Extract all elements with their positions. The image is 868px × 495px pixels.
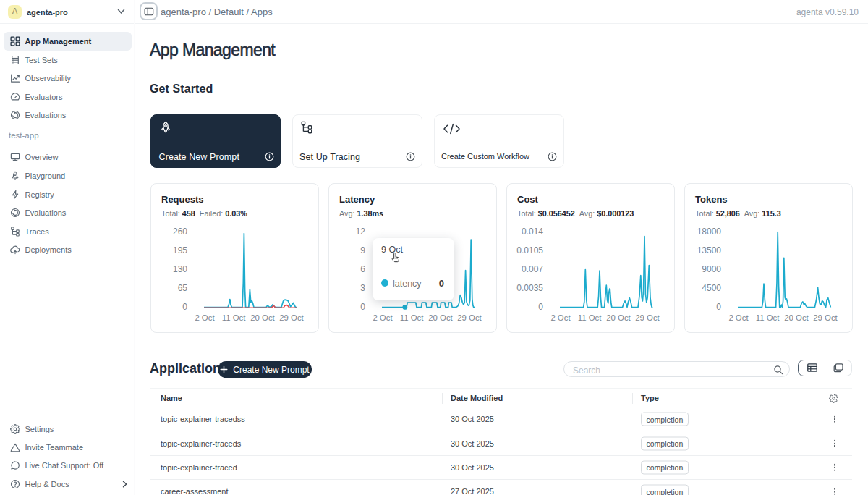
svg-text:65: 65 — [178, 283, 188, 293]
svg-text:29 Oct: 29 Oct — [813, 313, 838, 322]
svg-text:29 Oct: 29 Oct — [279, 313, 304, 322]
svg-text:11 Oct: 11 Oct — [756, 313, 780, 322]
svg-text:11 Oct: 11 Oct — [578, 313, 603, 322]
svg-text:0.007: 0.007 — [522, 264, 543, 274]
svg-text:12: 12 — [356, 227, 366, 237]
svg-text:130: 130 — [173, 264, 187, 274]
svg-text:0.0035: 0.0035 — [516, 283, 543, 293]
svg-text:11 Oct: 11 Oct — [222, 313, 247, 322]
svg-text:3: 3 — [360, 283, 365, 293]
svg-text:20 Oct: 20 Oct — [250, 313, 275, 322]
svg-text:29 Oct: 29 Oct — [457, 313, 482, 322]
svg-text:20 Oct: 20 Oct — [784, 313, 809, 322]
svg-text:2 Oct: 2 Oct — [550, 313, 571, 322]
svg-text:2 Oct: 2 Oct — [728, 313, 749, 322]
svg-text:20 Oct: 20 Oct — [606, 313, 631, 322]
svg-text:0: 0 — [360, 302, 365, 312]
svg-text:0.014: 0.014 — [522, 227, 543, 237]
svg-text:6: 6 — [360, 264, 365, 274]
svg-text:9000: 9000 — [702, 264, 721, 274]
svg-text:13500: 13500 — [697, 245, 722, 255]
svg-text:9: 9 — [360, 245, 365, 255]
svg-text:18000: 18000 — [697, 227, 722, 237]
svg-text:11 Oct: 11 Oct — [400, 313, 425, 322]
svg-text:2 Oct: 2 Oct — [373, 313, 393, 322]
svg-text:20 Oct: 20 Oct — [428, 313, 453, 322]
svg-text:0: 0 — [538, 302, 543, 312]
svg-text:195: 195 — [173, 245, 187, 255]
svg-text:4500: 4500 — [702, 283, 721, 293]
svg-text:0.0105: 0.0105 — [516, 245, 543, 255]
svg-text:260: 260 — [173, 227, 187, 237]
svg-text:2 Oct: 2 Oct — [195, 313, 215, 322]
svg-text:29 Oct: 29 Oct — [635, 313, 660, 322]
svg-text:0: 0 — [182, 302, 187, 312]
svg-text:0: 0 — [716, 302, 721, 312]
